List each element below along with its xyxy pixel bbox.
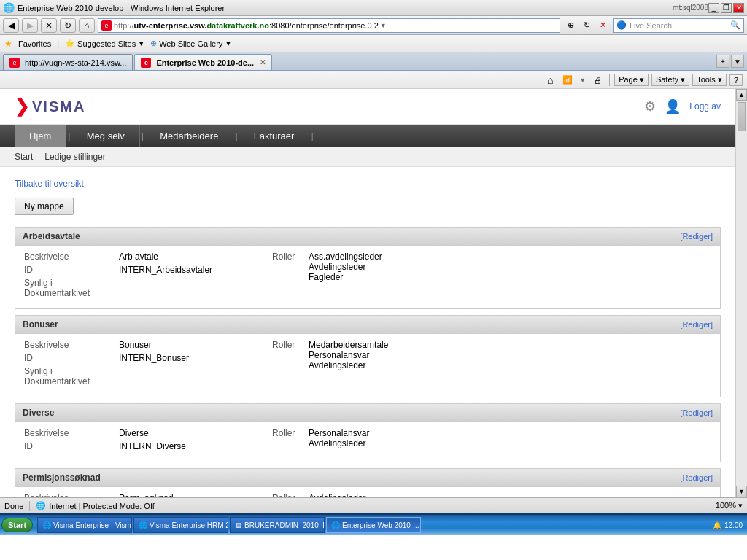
- logg-av-link[interactable]: Logg av: [689, 101, 721, 112]
- minimize-btn[interactable]: _: [708, 3, 719, 13]
- ie-toolbar: ⌂ 📶 ▼ 🖨 Page ▾ Safety ▾ Tools ▾ ?: [0, 71, 747, 89]
- search-submit-icon[interactable]: 🔍: [730, 20, 740, 30]
- address-bar[interactable]: e http://utv-enterprise.vsw.datakraftver…: [98, 18, 560, 33]
- visma-logo: ❯ VISMA: [15, 96, 85, 117]
- role-item-1-0: Medarbeidersamtale: [309, 340, 388, 350]
- section-edit-diverse[interactable]: [Rediger]: [680, 408, 713, 417]
- field-label-id-0: ID: [24, 265, 119, 275]
- field-label-synlig-1: Synlig i Dokumentarkivet: [24, 366, 119, 386]
- fields-col-arbeidsavtale: Beskrivelse Arb avtale ID INTERN_Arbeids…: [24, 252, 258, 301]
- roles-label-row-2: Roller Personalansvar Avdelingsleder: [272, 428, 369, 448]
- field-label-synlig-0: Synlig i Dokumentarkivet: [24, 278, 119, 298]
- favorites-label[interactable]: Favorites: [18, 39, 51, 48]
- ie-print-btn[interactable]: 🖨: [590, 73, 605, 88]
- nav-tab-hjem[interactable]: Hjem: [15, 125, 66, 147]
- stop-button[interactable]: ✕: [41, 18, 57, 33]
- ie-rss-btn[interactable]: 📶: [560, 73, 575, 88]
- section-body-diverse: Beskrivelse Diverse ID INTERN_Diverse Ro…: [15, 422, 720, 462]
- close-btn[interactable]: ✕: [733, 3, 744, 13]
- ie-icon: 🌐: [3, 2, 15, 13]
- section-edit-arbeidsavtale[interactable]: [Rediger]: [680, 232, 713, 241]
- taskbar-task-2[interactable]: 🌐 Visma Enterprise HRM 20...: [133, 517, 228, 533]
- section-header-permisjonssoknad: Permisjonssøknad [Rediger]: [15, 469, 720, 487]
- suggested-sites-label: Suggested Sites: [77, 39, 136, 48]
- field-row-synlig-0: Synlig i Dokumentarkivet: [24, 278, 258, 298]
- safety-menu-btn[interactable]: Safety ▾: [651, 74, 689, 86]
- home-button[interactable]: ⌂: [79, 18, 95, 33]
- ie-home-btn[interactable]: ⌂: [543, 73, 557, 88]
- restore-btn[interactable]: ❐: [721, 3, 732, 13]
- refresh-nav-btn[interactable]: ↻: [579, 18, 594, 33]
- section-body-arbeidsavtale: Beskrivelse Arb avtale ID INTERN_Arbeids…: [15, 246, 720, 308]
- taskbar-task-4[interactable]: 🌐 Enterprise Web 2010-...: [326, 517, 421, 533]
- section-edit-bonuser[interactable]: [Rediger]: [680, 320, 713, 329]
- scroll-down-btn[interactable]: ▼: [736, 486, 747, 497]
- nav-tab-meg-selv[interactable]: Meg selv: [72, 125, 140, 147]
- favorites-item-web-slice-gallery[interactable]: ⊕ Web Slice Gallery ▼: [150, 39, 231, 48]
- new-tab-btn[interactable]: +: [716, 55, 729, 68]
- task-3-label: BRUKERADMIN_2010_R: [244, 521, 325, 529]
- visma-logo-text: VISMA: [32, 98, 85, 115]
- role-item-0-0: Ass.avdelingsleder: [309, 252, 382, 262]
- role-item-0-1: Avdelingsleder: [309, 262, 382, 272]
- nav-tab-medarbeidere[interactable]: Medarbeidere: [145, 125, 233, 147]
- tab-close-btn[interactable]: ✕: [260, 58, 266, 66]
- forward-button[interactable]: ▶: [22, 18, 38, 33]
- taskbar-task-3[interactable]: 🖥 BRUKERADMIN_2010_R: [230, 517, 325, 533]
- tab-current[interactable]: e Enterprise Web 2010-de... ✕: [134, 54, 272, 70]
- help-btn[interactable]: ?: [729, 74, 743, 86]
- scroll-track[interactable]: [736, 101, 747, 486]
- tab-list-btn[interactable]: ▼: [731, 55, 744, 68]
- back-link[interactable]: Tilbake til oversikt: [15, 179, 84, 189]
- field-row-beskrivelse-1: Beskrivelse Bonuser: [24, 340, 258, 350]
- section-edit-permisjonssoknad[interactable]: [Rediger]: [680, 473, 713, 482]
- roles-label-0: Roller: [272, 252, 309, 282]
- taskbar-task-1[interactable]: 🌐 Visma Enterprise - Visma ...: [37, 517, 132, 533]
- favorites-item-suggested-sites[interactable]: ⭐ Suggested Sites ▼: [65, 39, 144, 48]
- back-button[interactable]: ◀: [3, 18, 19, 33]
- nav-tab-fakturaer[interactable]: Fakturaer: [239, 125, 310, 147]
- new-folder-button[interactable]: Ny mappe: [15, 198, 74, 215]
- header-right: ⚙ 👤 Logg av: [644, 98, 721, 114]
- start-button[interactable]: Start: [1, 518, 33, 532]
- roles-list-0: Ass.avdelingsleder Avdelingsleder Fagled…: [309, 252, 382, 282]
- roles-label-row-0: Roller Ass.avdelingsleder Avdelingsleder…: [272, 252, 382, 282]
- tab-prev[interactable]: e http://vuqn-ws-sta-214.vsw...: [3, 54, 133, 70]
- section-fields-roles-arbeidsavtale: Beskrivelse Arb avtale ID INTERN_Arbeids…: [24, 252, 711, 301]
- user-icon[interactable]: 👤: [665, 98, 681, 114]
- suggested-sites-dropdown-icon[interactable]: ▼: [138, 40, 144, 47]
- compat-view-btn[interactable]: ⊕: [563, 18, 578, 33]
- task-1-icon: 🌐: [42, 521, 51, 529]
- favorites-sep: |: [57, 39, 59, 48]
- nav-sep-4: |: [309, 125, 314, 147]
- address-dropdown-icon[interactable]: ▼: [380, 22, 387, 29]
- tabs-bar: e http://vuqn-ws-sta-214.vsw... e Enterp…: [0, 52, 747, 71]
- scroll-up-btn[interactable]: ▲: [736, 89, 747, 101]
- page-menu-btn[interactable]: Page ▾: [614, 74, 649, 86]
- section-body-bonuser: Beskrivelse Bonuser ID INTERN_Bonuser Sy…: [15, 334, 720, 397]
- web-slice-icon: ⊕: [150, 39, 157, 48]
- task-4-label: Enterprise Web 2010-...: [342, 521, 419, 529]
- tools-menu-btn[interactable]: Tools ▾: [692, 74, 727, 86]
- role-item-3-0: Avdelingsleder: [309, 493, 372, 497]
- suggested-sites-icon: ⭐: [65, 39, 75, 48]
- visma-header: ❯ VISMA ⚙ 👤 Logg av: [0, 89, 735, 125]
- settings-icon[interactable]: ⚙: [644, 98, 656, 114]
- rss-dropdown-icon[interactable]: ▼: [579, 77, 586, 84]
- sub-nav-start[interactable]: Start: [15, 150, 33, 163]
- address-text: http://utv-enterprise.vsw.datakraftverk.…: [114, 21, 379, 30]
- page-scrollable[interactable]: ❯ VISMA ⚙ 👤 Logg av Hjem | Meg selv | Me…: [0, 89, 747, 497]
- web-slice-dropdown-icon[interactable]: ▼: [225, 40, 231, 47]
- window-title: Enterprise Web 2010-develop - Windows In…: [18, 4, 667, 12]
- sub-nav-ledige-stillinger[interactable]: Ledige stillinger: [44, 150, 105, 163]
- search-box[interactable]: 🔵 Live Search 🔍: [613, 18, 744, 33]
- zoom-level[interactable]: 100% ▾: [716, 501, 743, 510]
- stop-nav-btn[interactable]: ✕: [595, 18, 610, 33]
- roles-list-2: Personalansvar Avdelingsleder: [309, 428, 369, 448]
- page-scrollbar[interactable]: ▲ ▼: [735, 89, 747, 497]
- tab-prev-favicon: e: [9, 58, 20, 68]
- field-row-synlig-1: Synlig i Dokumentarkivet: [24, 366, 258, 386]
- scroll-thumb[interactable]: [738, 102, 746, 131]
- window-controls[interactable]: _ ❐ ✕: [708, 3, 744, 13]
- refresh-button[interactable]: ↻: [60, 18, 76, 33]
